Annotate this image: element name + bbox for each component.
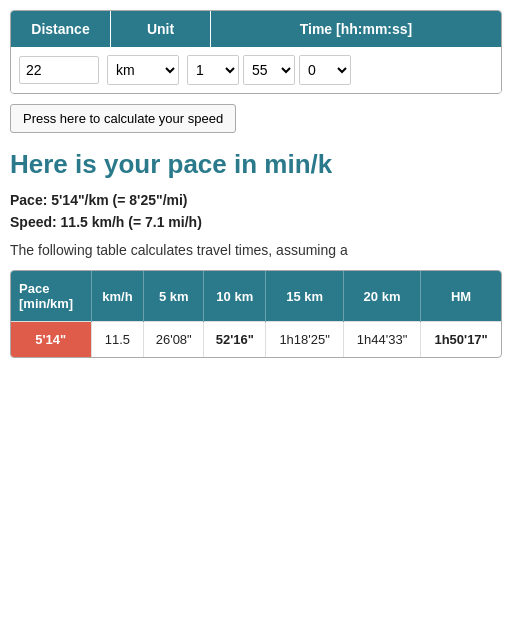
th-10km: 10 km bbox=[204, 271, 266, 322]
th-pace: Pace[min/km] bbox=[11, 271, 91, 322]
cell-pace: 5'14" bbox=[11, 322, 91, 358]
results-table: Pace[min/km] km/h 5 km 10 km 15 km 20 km… bbox=[11, 271, 501, 357]
th-15km: 15 km bbox=[266, 271, 343, 322]
time-selects: 0 1 2 3 4 5 6 0 5 10 15 20 25 30 35 40 4… bbox=[187, 55, 351, 85]
calculate-button[interactable]: Press here to calculate your speed bbox=[10, 104, 236, 133]
table-row: 5'14" 11.5 26'08" 52'16" 1h18'25" 1h44'3… bbox=[11, 322, 501, 358]
cell-hm: 1h50'17" bbox=[421, 322, 501, 358]
pace-speed-section: Pace: 5'14"/km (= 8'25"/mi) Speed: 11.5 … bbox=[10, 192, 502, 230]
cell-kmh: 11.5 bbox=[91, 322, 144, 358]
cell-5km: 26'08" bbox=[144, 322, 204, 358]
header-distance: Distance bbox=[11, 11, 111, 47]
table-header-row: Pace[min/km] km/h 5 km 10 km 15 km 20 km… bbox=[11, 271, 501, 322]
th-hm: HM bbox=[421, 271, 501, 322]
distance-input[interactable] bbox=[19, 56, 99, 84]
unit-select[interactable]: km mi bbox=[107, 55, 179, 85]
th-5km: 5 km bbox=[144, 271, 204, 322]
cell-15km: 1h18'25" bbox=[266, 322, 343, 358]
input-row: km mi 0 1 2 3 4 5 6 0 5 10 15 20 25 30 3… bbox=[11, 47, 501, 93]
result-heading: Here is your pace in min/k bbox=[10, 149, 502, 180]
pace-line: Pace: 5'14"/km (= 8'25"/mi) bbox=[10, 192, 502, 208]
header-unit: Unit bbox=[111, 11, 211, 47]
th-kmh: km/h bbox=[91, 271, 144, 322]
header-time: Time [hh:mm:ss] bbox=[211, 11, 501, 47]
input-header: Distance Unit Time [hh:mm:ss] bbox=[11, 11, 501, 47]
hours-select[interactable]: 0 1 2 3 4 5 6 bbox=[187, 55, 239, 85]
input-section: Distance Unit Time [hh:mm:ss] km mi 0 1 … bbox=[10, 10, 502, 94]
cell-20km: 1h44'33" bbox=[343, 322, 420, 358]
seconds-select[interactable]: 0 5 10 15 20 25 30 35 40 45 50 55 bbox=[299, 55, 351, 85]
th-20km: 20 km bbox=[343, 271, 420, 322]
calc-btn-wrap: Press here to calculate your speed bbox=[10, 104, 502, 133]
speed-line: Speed: 11.5 km/h (= 7.1 mi/h) bbox=[10, 214, 502, 230]
cell-10km: 52'16" bbox=[204, 322, 266, 358]
results-table-wrap: Pace[min/km] km/h 5 km 10 km 15 km 20 km… bbox=[10, 270, 502, 358]
description-text: The following table calculates travel ti… bbox=[10, 242, 502, 258]
minutes-select[interactable]: 0 5 10 15 20 25 30 35 40 45 50 55 bbox=[243, 55, 295, 85]
